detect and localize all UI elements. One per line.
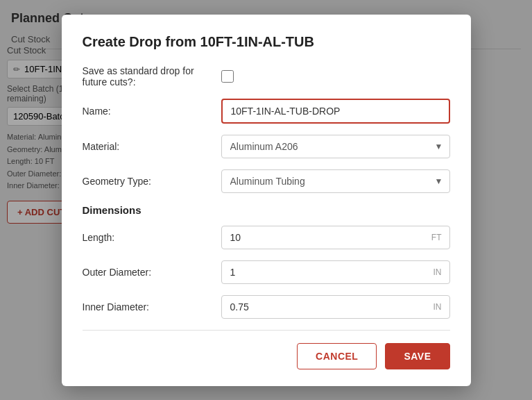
inner-diameter-label: Inner Diameter:	[83, 301, 221, 312]
inner-diameter-row: Inner Diameter: IN	[83, 295, 450, 319]
save-standard-checkbox[interactable]	[221, 70, 234, 83]
material-row: Material: Aluminum A206 ▼	[83, 135, 450, 158]
geometry-select[interactable]: Aluminum Tubing	[221, 169, 450, 193]
save-button[interactable]: SAVE	[385, 343, 449, 369]
geometry-label: Geometry Type:	[83, 176, 221, 187]
length-input-wrapper: FT	[221, 226, 450, 249]
geometry-row: Geometry Type: Aluminum Tubing ▼	[83, 169, 450, 193]
name-input[interactable]	[221, 99, 450, 124]
length-input[interactable]	[221, 226, 450, 249]
length-row: Length: FT	[83, 226, 450, 249]
length-label: Length:	[83, 232, 221, 243]
length-unit: FT	[431, 233, 442, 242]
name-row: Name:	[83, 99, 450, 124]
modal-divider	[83, 330, 450, 331]
inner-diameter-input-wrapper: IN	[221, 295, 450, 319]
modal-overlay: Create Drop from 10FT-1IN-AL-TUB Save as…	[0, 0, 532, 400]
material-select[interactable]: Aluminum A206	[221, 135, 450, 158]
modal-title: Create Drop from 10FT-1IN-AL-TUB	[83, 34, 450, 50]
save-standard-label: Save as standard drop for future cuts?:	[83, 65, 221, 88]
name-label: Name:	[83, 106, 221, 117]
create-drop-modal: Create Drop from 10FT-1IN-AL-TUB Save as…	[62, 15, 471, 386]
outer-diameter-input[interactable]	[221, 260, 450, 284]
outer-diameter-label: Outer Diameter:	[83, 267, 221, 278]
save-standard-row: Save as standard drop for future cuts?:	[83, 65, 450, 88]
material-label: Material:	[83, 141, 221, 152]
modal-footer: CANCEL SAVE	[83, 343, 450, 369]
outer-diameter-row: Outer Diameter: IN	[83, 260, 450, 284]
outer-diameter-unit: IN	[434, 267, 442, 277]
outer-diameter-input-wrapper: IN	[221, 260, 450, 284]
dimensions-title: Dimensions	[83, 204, 450, 216]
cancel-button[interactable]: CANCEL	[297, 343, 377, 369]
geometry-select-wrapper: Aluminum Tubing ▼	[221, 169, 450, 193]
material-select-wrapper: Aluminum A206 ▼	[221, 135, 450, 158]
inner-diameter-unit: IN	[434, 302, 442, 312]
inner-diameter-input[interactable]	[221, 295, 450, 319]
